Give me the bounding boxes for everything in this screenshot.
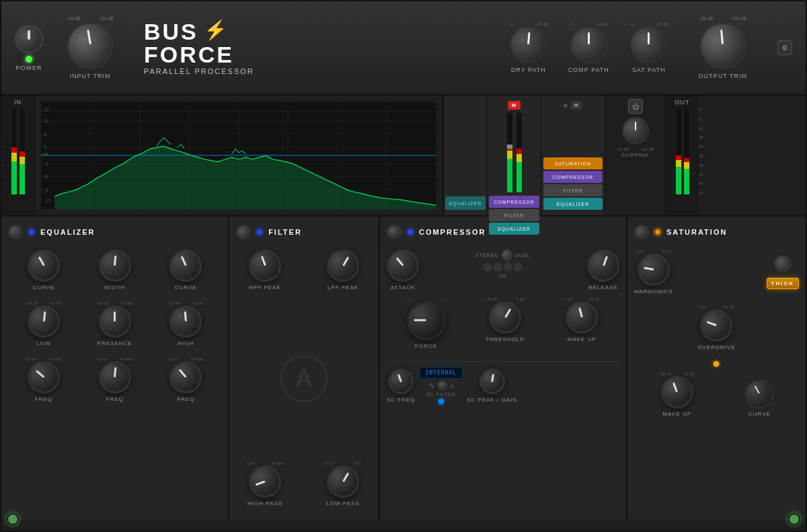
output-trim-knob[interactable] xyxy=(699,22,746,69)
sc-freq-knob[interactable] xyxy=(388,369,414,394)
eq-mid-freq-knob[interactable] xyxy=(99,361,131,393)
saturation-btn[interactable]: SATURATION xyxy=(543,157,603,169)
eq-module-icon[interactable] xyxy=(8,225,23,239)
input-trim-knob[interactable] xyxy=(67,22,114,69)
compressor-module: COMPRESSOR ATTACK STEREO DUAL xyxy=(380,217,627,520)
stereo-toggle[interactable] xyxy=(502,250,512,260)
sat-makeup-knob[interactable] xyxy=(661,376,693,408)
hpf-peak-knob[interactable] xyxy=(249,250,281,282)
hpf-peak: HPF PEAK xyxy=(249,250,281,291)
eq-low-curve-knob[interactable] xyxy=(28,250,60,282)
svg-text:6: 6 xyxy=(44,132,46,137)
vu-in-label: IN xyxy=(14,99,22,106)
corner-indicator-bl xyxy=(7,513,19,525)
low-pass-label: LOW PASS xyxy=(326,500,359,506)
sat-mute-btn[interactable]: M xyxy=(570,101,582,110)
sat-tone-knob[interactable] xyxy=(774,255,792,272)
sc-section: SC FREQ INTERNAL ∿ ♪ SC FILTER xyxy=(387,361,619,404)
high-pass-label: HIGH PASS xyxy=(247,500,282,506)
input-trim-section: -24 dB +24 dB INPUT TRIM xyxy=(67,16,114,79)
attack-knob[interactable] xyxy=(387,250,419,282)
clipping-knob[interactable] xyxy=(622,117,649,144)
makeup-group-comp: 0 dB 30 dB MAKE UP xyxy=(564,297,599,349)
sc-peak-group: SC PEAK / GAIN xyxy=(467,369,517,403)
overdrive-knob[interactable] xyxy=(700,309,732,342)
sc-peak-knob[interactable] xyxy=(479,369,505,394)
comp-led[interactable] xyxy=(407,229,414,235)
filter-header: FILTER xyxy=(236,225,372,239)
brand-bolt: ⚡ xyxy=(204,19,227,41)
eq-width-label: WIDTH xyxy=(104,284,125,291)
harmonics-knob[interactable] xyxy=(638,254,670,286)
force-knob[interactable] xyxy=(407,301,446,340)
sc-type-toggle[interactable] xyxy=(438,381,447,390)
eq-row2: -15 dB+15 dB LOW -15 dB+15 dB PRESENCE xyxy=(8,301,221,346)
filter-module-icon[interactable] xyxy=(236,225,251,239)
clipping-label: CLIPPING xyxy=(621,153,649,157)
equalizer-strip-btn[interactable]: EQUALIZER xyxy=(445,196,486,210)
overdrive-group: OFF 50 dB OVERDRIVE xyxy=(697,305,735,350)
eq-presence-knob[interactable] xyxy=(99,305,131,338)
sat-curve-label: CURVE xyxy=(748,411,771,417)
sat-path-knob[interactable] xyxy=(630,26,667,63)
sat-curve-knob[interactable] xyxy=(745,380,773,408)
eq-high-curve-knob[interactable] xyxy=(169,250,202,282)
comp-fader[interactable] xyxy=(506,145,513,149)
lpf-peak: LPF PEAK xyxy=(327,250,359,291)
power-section: POWER xyxy=(15,25,43,71)
lpf-peak-knob[interactable] xyxy=(327,250,359,282)
sat-curve-group: CURVE xyxy=(745,380,773,417)
eq-row1: CURVE WIDTH CURVE xyxy=(8,250,221,291)
comp-path-knob[interactable] xyxy=(570,26,607,63)
link-button[interactable] xyxy=(777,40,792,55)
eq-low-freq-knob[interactable] xyxy=(28,361,60,393)
comp-btn[interactable]: COMPRESSOR xyxy=(489,196,539,208)
comp-path-group: -∞ +12 dB COMP PATH xyxy=(568,22,609,73)
high-pass-knob[interactable] xyxy=(249,465,281,498)
eq-presence: -15 dB+15 dB PRESENCE xyxy=(98,301,132,346)
spectrum-svg: 15 12 6 3 dB -3 -6 -9 -12 xyxy=(41,102,436,209)
power-knob[interactable] xyxy=(15,25,43,53)
eq-led[interactable] xyxy=(28,229,35,235)
attack-group: ATTACK xyxy=(387,250,419,291)
eq-mid-freq: 10 Hz30 kHz FREQ xyxy=(98,357,132,402)
comp-btn-sat[interactable]: COMPRESSOR xyxy=(543,171,603,183)
clipping-power-btn[interactable]: ⏻ xyxy=(628,99,643,114)
eq-width-knob[interactable] xyxy=(99,250,131,282)
power-label: POWER xyxy=(15,65,42,71)
input-trim-indicator xyxy=(87,30,91,44)
filter-row2: OFF20 kHz HIGH PASS 20 HzOFF LOW PASS xyxy=(236,461,372,506)
svg-text:-12: -12 xyxy=(44,198,50,203)
sc-freq-group: SC FREQ xyxy=(387,369,416,403)
svg-text:-3: -3 xyxy=(44,161,48,166)
sat-module-icon[interactable] xyxy=(634,225,649,239)
eq-high-freq-label: FREQ xyxy=(177,396,194,402)
release-knob[interactable] xyxy=(587,250,619,282)
harmonics-label: HARMONICS xyxy=(634,289,673,295)
filter-led[interactable] xyxy=(256,229,263,235)
eq-high-freq-knob[interactable] xyxy=(169,361,202,393)
threshold-knob[interactable] xyxy=(489,301,521,334)
eq-high-knob[interactable] xyxy=(169,305,202,338)
eq-btn-sat[interactable]: EQUALIZER xyxy=(543,198,603,210)
channel-strips: EQUALIZER M COMPRESSOR FILTER xyxy=(443,96,605,215)
dry-path-knob[interactable] xyxy=(510,26,547,63)
low-pass-knob[interactable] xyxy=(327,465,359,498)
sat-path-label: SAT PATH xyxy=(632,67,666,73)
middle-section: IN 0 6 12 18 24 30 36 42 48 54 xyxy=(1,96,806,217)
release-label: RELEASE xyxy=(588,284,618,291)
vu-meter-in: IN 0 6 12 18 24 30 36 42 48 54 xyxy=(1,96,35,215)
comp-mute-btn[interactable]: M xyxy=(508,101,521,110)
clipping-section: ⏻ -24 dB +24 dB CLIPPING xyxy=(605,96,665,215)
thick-button[interactable]: THICK xyxy=(767,278,799,289)
gr-meters-row xyxy=(484,263,522,271)
threshold-group: -50 dB 0 dB THRESHOLD xyxy=(486,297,525,349)
eq-low-knob[interactable] xyxy=(28,305,60,338)
sat-bottom-row: -30 dB 12 dB MAKE UP CURVE xyxy=(634,372,799,417)
filter-btn-sat[interactable]: FILTER xyxy=(543,184,603,196)
comp-module-icon[interactable] xyxy=(387,225,401,239)
plugin-container: POWER -24 dB +24 dB INPUT TRIM BUS ⚡ FOR… xyxy=(0,0,807,532)
makeup-label-comp: MAKE UP xyxy=(568,336,597,342)
sat-led[interactable] xyxy=(654,229,661,235)
makeup-knob[interactable] xyxy=(566,301,598,334)
